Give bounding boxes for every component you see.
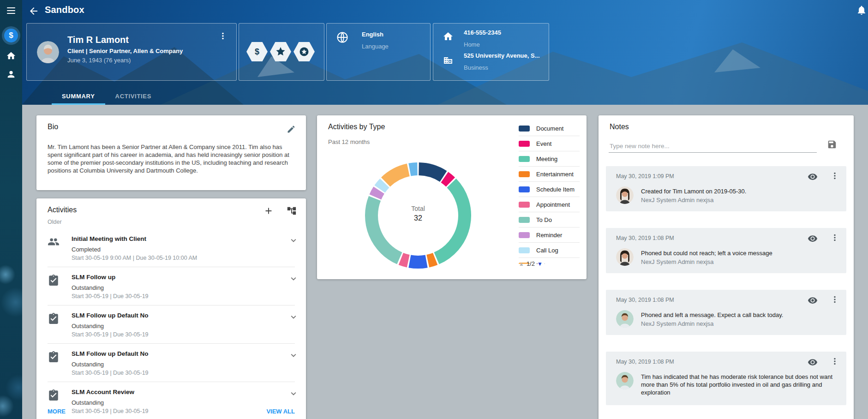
tab-activities[interactable]: ACTIVITIES [105,88,162,105]
activities-by-type-card: Activities by Type Past 12 months Total … [317,115,587,279]
left-nav-rail: $ [0,0,22,419]
donut-segment-entertainment[interactable] [428,259,435,261]
activity-dates: Start 30-05-19 9:00 AM | Due 30-05-19 10… [72,254,284,262]
menu-icon[interactable] [7,7,15,15]
new-note-input[interactable] [609,139,817,153]
note-text: Created for Tim Lamont on 2019-05-30. [641,186,746,195]
address-value[interactable]: 525 University Avenue, S... [464,52,540,59]
note-overflow-menu-icon[interactable] [831,357,839,365]
activity-status: Completed [72,245,284,253]
eye-icon[interactable] [808,295,818,305]
notes-list: May 30, 2019 1:09 PM Created for Tim Lam… [606,166,846,419]
activity-dates: Start 30-05-19 | Due 30-05-19 [72,369,284,377]
legend-item[interactable]: Call Log [519,242,580,257]
tab-summary[interactable]: SUMMARY [52,88,105,105]
legend-label: Event [536,140,551,147]
save-note-icon[interactable] [827,139,837,150]
donut-segment-appointment[interactable] [401,259,408,261]
legend-swatch [519,247,530,253]
donut-segment-schedule-item[interactable] [410,261,426,262]
legend-item[interactable]: Meeting [519,151,580,166]
phone-value[interactable]: 416-555-2345 [464,29,501,36]
client-birthdate: June 3, 1943 (76 years) [67,57,131,64]
donut-center-total: Total 32 [390,205,446,222]
app-root: $ Sandbox Tim R Lamont [0,0,868,419]
finance-dollar-icon[interactable]: $ [4,29,18,42]
legend-page-down-icon[interactable]: ▼ [537,261,543,267]
task-check-icon [48,274,60,286]
note-overflow-menu-icon[interactable] [831,233,839,242]
chevron-down-icon[interactable] [288,389,299,399]
donut-segment-document[interactable] [419,169,443,176]
activity-status: Outstanding [72,284,284,292]
profile-overflow-menu-icon[interactable] [219,32,227,40]
legend-label: Reminder [536,232,562,239]
note-author-avatar [616,248,634,266]
activity-title: SLM Follow up Default No [72,350,284,358]
activity-row: Initial Meeting with Client Completed St… [36,229,306,267]
client-name: Tim R Lamont [67,35,129,45]
page-title: Sandbox [45,5,84,15]
donut-segment-call-log[interactable] [380,183,385,189]
bio-title: Bio [48,123,58,131]
legend-item[interactable]: Event [519,136,580,151]
note-author: NexJ System Admin nexjsa [641,258,772,265]
legend-item[interactable]: Schedule Item [519,181,580,197]
note-text: Tim has indicated that he has moderate r… [641,372,838,396]
task-check-icon [48,351,60,363]
activity-title: Initial Meeting with Client [72,235,284,243]
note-entry: May 30, 2019 1:08 PM Tim has indicated t… [606,352,846,405]
eye-icon[interactable] [808,357,818,367]
profile-card: Tim R Lamont Client | Senior Partner, Al… [26,23,237,81]
home-contact-icon [443,31,454,42]
note-entry: May 30, 2019 1:08 PM Phoned and left a m… [606,290,846,335]
task-check-icon [48,312,60,324]
badges-card: $ [239,23,324,81]
people-icon [48,236,60,248]
bio-card: Bio Mr. Tim Lamont has been a Senior Par… [36,115,306,190]
language-value[interactable]: English [362,31,383,38]
note-author: NexJ System Admin nexjsa [641,320,783,327]
legend-label: Call Log [536,247,558,254]
back-arrow-icon[interactable] [28,6,39,17]
dollar-badge-icon[interactable]: $ [246,42,268,61]
note-author: NexJ System Admin nexjsa [641,197,746,204]
edit-pencil-icon[interactable] [287,125,296,134]
legend-page-up-icon[interactable]: ▲ [519,261,524,267]
more-link[interactable]: MORE [48,408,66,415]
donut-segment-phone-call[interactable] [410,169,418,170]
activity-row: SLM Follow up Default No Outstanding Sta… [36,305,306,344]
note-overflow-menu-icon[interactable] [831,295,839,304]
note-entry: May 30, 2019 1:09 PM Created for Tim Lam… [606,166,846,211]
note-timestamp: May 30, 2019 1:08 PM [616,234,838,242]
legend-item[interactable]: To Do [519,212,580,227]
hierarchy-tree-icon[interactable] [287,206,297,216]
donut-segment-note[interactable] [386,170,408,182]
add-activity-icon[interactable] [263,206,274,216]
legend-item[interactable]: Reminder [519,227,580,242]
eye-icon[interactable] [808,172,818,182]
chevron-down-icon[interactable] [288,274,299,284]
legend-item[interactable]: Entertainment [519,166,580,181]
donut-segment-reminder[interactable] [375,190,379,197]
legend-item[interactable]: Appointment [519,197,580,212]
activity-status: Outstanding [72,322,284,330]
donut-chart: Total 32 [317,115,525,279]
chevron-down-icon[interactable] [288,350,299,360]
donut-segment-event[interactable] [444,177,450,182]
star-circle-badge-icon[interactable] [293,42,315,61]
eye-icon[interactable] [808,233,818,244]
person-icon[interactable] [6,69,16,79]
chevron-down-icon[interactable] [288,312,299,322]
language-card: English Language [326,23,431,81]
language-label: Language [362,43,389,50]
legend-swatch [519,141,530,147]
star-badge-icon[interactable] [270,42,291,61]
notifications-bell-icon[interactable] [856,5,867,16]
note-overflow-menu-icon[interactable] [831,172,839,180]
app-bar: Sandbox [22,0,868,22]
home-icon[interactable] [6,51,16,61]
legend-item[interactable]: Document [519,121,580,136]
chevron-down-icon[interactable] [288,235,299,245]
view-all-link[interactable]: VIEW ALL [266,408,295,415]
